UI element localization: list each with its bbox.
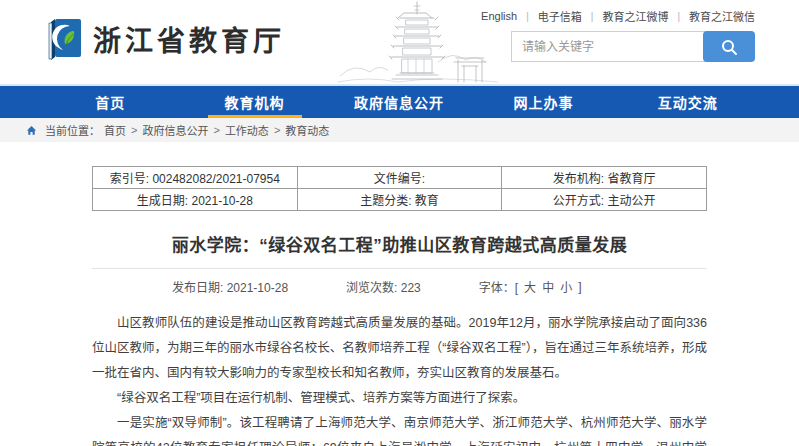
breadcrumb-separator: > <box>131 124 137 136</box>
font-size-label: 字体：[ <box>479 278 518 295</box>
breadcrumb: 当前位置： 首页 > 政府信息公开 > 工作动态 > 教育动态 <box>0 118 799 142</box>
document-info-table: 索引号: 002482082/2021-07954 文件编号: 发布机构: 省教… <box>92 166 707 211</box>
document-number-cell: 文件编号: <box>297 167 502 189</box>
font-size-label-close: ] <box>578 280 581 294</box>
issuing-agency-cell: 发布机构: 省教育厅 <box>502 167 707 189</box>
table-row: 索引号: 002482082/2021-07954 文件编号: 发布机构: 省教… <box>93 167 707 189</box>
search-input[interactable] <box>511 31 706 62</box>
link-english[interactable]: English <box>481 10 517 22</box>
main-nav: 首页 教育机构 政府信息公开 网上办事 互动交流 <box>0 86 799 118</box>
link-separator: | <box>677 11 680 22</box>
paragraph: 山区教师队伍的建设是推动山区教育跨越式高质量发展的基础。2019年12月，丽水学… <box>92 311 707 386</box>
title-divider <box>92 268 707 269</box>
link-separator: | <box>591 11 594 22</box>
nav-item-online-services[interactable]: 网上办事 <box>471 86 615 118</box>
font-size-medium-button[interactable]: 中 <box>542 278 554 295</box>
paragraph: 一是实施“双导师制”。该工程聘请了上海师范大学、南京师范大学、浙江师范大学、杭州… <box>92 411 707 446</box>
book-leaf-logo-icon <box>45 18 81 60</box>
header-top-links: English | 电子信箱 | 教育之江微博 | 教育之江微信 <box>481 8 755 24</box>
index-number-cell: 索引号: 002482082/2021-07954 <box>93 167 298 189</box>
search-box <box>511 31 755 62</box>
creation-date-cell: 生成日期: 2021-10-28 <box>93 189 298 211</box>
publish-date: 发布日期: 2021-10-28 <box>172 278 288 295</box>
search-button[interactable] <box>703 31 755 62</box>
link-email[interactable]: 电子信箱 <box>538 8 582 24</box>
link-separator: | <box>526 11 529 22</box>
link-weibo[interactable]: 教育之江微博 <box>602 8 668 24</box>
nav-item-home[interactable]: 首页 <box>38 86 182 118</box>
breadcrumb-label: 当前位置： <box>45 122 100 138</box>
article-meta: 发布日期: 2021-10-28 浏览次数: 223 字体：[ 大 中 小 ] <box>92 278 707 295</box>
pagoda-sketch <box>330 0 505 86</box>
breadcrumb-work-trends[interactable]: 工作动态 <box>225 122 269 138</box>
breadcrumb-education-trends[interactable]: 教育动态 <box>285 122 329 138</box>
font-size-large-button[interactable]: 大 <box>524 278 536 295</box>
breadcrumb-gov-info[interactable]: 政府信息公开 <box>142 122 208 138</box>
article-content: 索引号: 002482082/2021-07954 文件编号: 发布机构: 省教… <box>0 142 799 446</box>
page-title: 丽水学院：“绿谷双名工程”助推山区教育跨越式高质量发展 <box>92 231 707 256</box>
home-icon <box>26 125 37 136</box>
disclosure-method-cell: 公开方式: 主动公开 <box>502 189 707 211</box>
article-body: 山区教师队伍的建设是推动山区教育跨越式高质量发展的基础。2019年12月，丽水学… <box>92 311 707 446</box>
search-icon <box>720 38 738 56</box>
nav-item-interaction[interactable]: 互动交流 <box>616 86 760 118</box>
site-header: 浙江省教育厅 English | 电子信箱 | <box>0 0 799 86</box>
breadcrumb-separator: > <box>213 124 219 136</box>
site-logo[interactable]: 浙江省教育厅 <box>45 18 285 60</box>
breadcrumb-home[interactable]: 首页 <box>104 122 126 138</box>
link-wechat[interactable]: 教育之江微信 <box>689 8 755 24</box>
site-name: 浙江省教育厅 <box>93 19 285 59</box>
font-size-control: 字体：[ 大 中 小 ] <box>479 278 582 295</box>
font-size-small-button[interactable]: 小 <box>560 278 572 295</box>
nav-item-institutions[interactable]: 教育机构 <box>182 86 326 118</box>
page: 浙江省教育厅 English | 电子信箱 | <box>0 0 799 446</box>
breadcrumb-separator: > <box>274 124 280 136</box>
view-count: 浏览次数: 223 <box>346 278 421 295</box>
nav-item-gov-info[interactable]: 政府信息公开 <box>327 86 471 118</box>
paragraph: “绿谷双名工程”项目在运行机制、管理模式、培养方案等方面进行了探索。 <box>92 386 707 411</box>
table-row: 生成日期: 2021-10-28 主题分类: 教育 公开方式: 主动公开 <box>93 189 707 211</box>
subject-category-cell: 主题分类: 教育 <box>297 189 502 211</box>
